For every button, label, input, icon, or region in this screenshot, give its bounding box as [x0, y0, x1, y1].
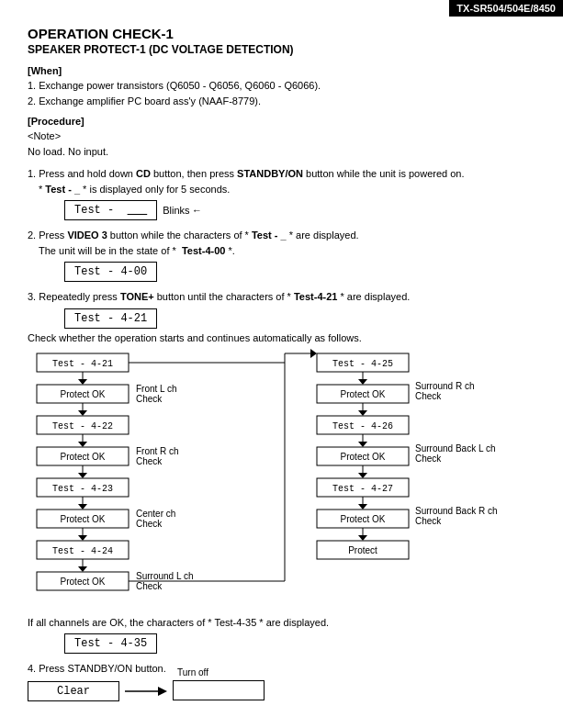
- svg-marker-61: [358, 473, 367, 478]
- svg-marker-77: [158, 687, 167, 696]
- step3-display: Test - 4-21: [64, 308, 157, 329]
- header-badge: TX-SR504/504E/8450: [449, 0, 563, 17]
- svg-text:Test - 4-22: Test - 4-22: [52, 421, 113, 431]
- note-label: <Note>: [28, 129, 535, 144]
- when-line-2: 2. Exchange amplifier PC board ass'y (NA…: [28, 94, 535, 109]
- svg-text:Surround Back L ch: Surround Back L ch: [415, 443, 495, 454]
- svg-marker-13: [78, 442, 87, 447]
- when-heading: [When]: [28, 65, 535, 76]
- svg-marker-71: [358, 535, 367, 541]
- svg-marker-3: [78, 379, 87, 385]
- procedure-body: <Note> No load. No input.: [28, 129, 535, 159]
- final-display-row: Test - 4-35: [64, 633, 535, 654]
- step4-arrow: [123, 682, 169, 700]
- svg-marker-19: [78, 473, 87, 478]
- step2-text: 2. Press VIDEO 3 button while the charac…: [28, 228, 535, 258]
- svg-text:Check: Check: [415, 516, 442, 526]
- turn-off-label: Turn off: [177, 667, 208, 678]
- step1-num: 1. Press and hold down CD button, then p…: [28, 168, 465, 179]
- svg-text:Test - 4-21: Test - 4-21: [52, 359, 113, 369]
- step1-display-row: Test - Blinks ←: [64, 200, 535, 220]
- step1-sub: * Test - _ * is displayed only for 5 sec…: [39, 184, 230, 195]
- svg-marker-41: [310, 349, 317, 358]
- step4-text: 4. Press STANDBY/ON button.: [28, 661, 535, 677]
- flow-diagram: Test - 4-21 Protect OK Front L ch Check …: [28, 349, 535, 608]
- step2-display-row: Test - 4-00: [64, 262, 535, 282]
- svg-text:Test - 4-26: Test - 4-26: [332, 421, 393, 431]
- svg-text:Protect OK: Protect OK: [341, 389, 386, 399]
- flow-check-text: Check whether the operation starts and c…: [28, 332, 535, 343]
- svg-text:Front L ch: Front L ch: [136, 384, 177, 394]
- page-subtitle: SPEAKER PROTECT-1 (DC VOLTAGE DETECTION): [28, 43, 535, 56]
- step1-text: 1. Press and hold down CD button, then p…: [28, 166, 535, 196]
- svg-text:Check: Check: [136, 456, 163, 466]
- step1-display: Test -: [64, 200, 157, 220]
- svg-marker-51: [358, 410, 367, 416]
- blinks-arrow: ←: [192, 205, 202, 216]
- when-body: 1. Exchange power transistors (Q6050 - Q…: [28, 78, 535, 108]
- svg-marker-45: [358, 379, 367, 385]
- svg-text:Protect OK: Protect OK: [341, 452, 386, 462]
- step4-empty-display: [173, 680, 265, 700]
- step3-text: 3. Repeatedly press TONE+ button until t…: [28, 289, 535, 305]
- page-title: OPERATION CHECK-1: [28, 26, 535, 41]
- svg-text:Protect OK: Protect OK: [61, 514, 106, 524]
- step2-display: Test - 4-00: [64, 262, 157, 282]
- svg-marker-55: [358, 442, 367, 447]
- svg-text:Protect OK: Protect OK: [341, 514, 386, 524]
- note-text: No load. No input.: [28, 144, 535, 160]
- svg-text:Surround Back R ch: Surround Back R ch: [415, 506, 498, 516]
- svg-text:Check: Check: [136, 581, 163, 591]
- svg-text:Test - 4-24: Test - 4-24: [52, 546, 113, 556]
- svg-text:Protect OK: Protect OK: [61, 389, 106, 399]
- svg-text:Test - 4-23: Test - 4-23: [52, 484, 113, 494]
- svg-text:Surround R ch: Surround R ch: [415, 381, 474, 391]
- svg-text:Protect OK: Protect OK: [61, 452, 106, 462]
- svg-marker-33: [78, 566, 87, 572]
- svg-text:Check: Check: [136, 519, 163, 529]
- svg-marker-9: [78, 410, 87, 416]
- when-line-1: 1. Exchange power transistors (Q6050 - Q…: [28, 78, 535, 94]
- svg-text:Test - 4-25: Test - 4-25: [332, 359, 393, 369]
- step2-sub: The unit will be in the state of * Test-…: [39, 245, 235, 256]
- svg-marker-23: [78, 504, 87, 510]
- final-display-text: If all channels are OK, the characters o…: [28, 615, 535, 631]
- svg-marker-65: [358, 504, 367, 510]
- svg-text:Front R ch: Front R ch: [136, 446, 179, 456]
- svg-text:Surround L ch: Surround L ch: [136, 571, 193, 581]
- step3-display-row: Test - 4-21: [64, 308, 535, 329]
- svg-text:Center ch: Center ch: [136, 509, 175, 519]
- svg-marker-29: [78, 535, 87, 541]
- svg-text:Test - 4-27: Test - 4-27: [332, 484, 393, 494]
- final-display: Test - 4-35: [64, 633, 157, 654]
- svg-text:Check: Check: [415, 454, 442, 464]
- step4-clear-display: Clear: [28, 681, 119, 701]
- svg-text:Check: Check: [136, 394, 163, 404]
- svg-text:Protect OK: Protect OK: [61, 577, 106, 587]
- procedure-heading: [Procedure]: [28, 116, 535, 127]
- svg-text:Check: Check: [415, 391, 442, 401]
- step4-row: Clear Turn off: [28, 680, 535, 702]
- svg-text:Protect: Protect: [348, 545, 377, 555]
- blinks-label: Blinks: [163, 205, 189, 216]
